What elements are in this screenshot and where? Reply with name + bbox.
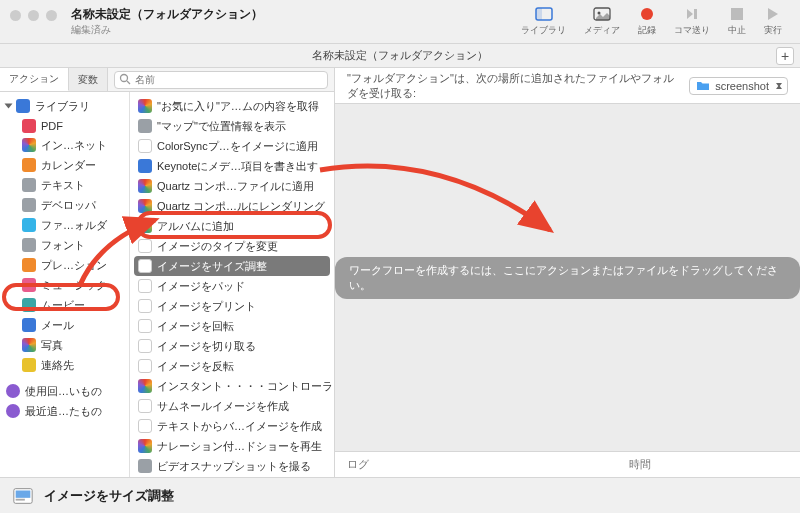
action-icon: [138, 259, 152, 273]
action-item[interactable]: イメージをパッド: [130, 276, 334, 296]
action-item[interactable]: ColorSyncプ…をイメージに適用: [130, 136, 334, 156]
action-icon: [138, 239, 152, 253]
action-item[interactable]: アルバムに追加: [130, 216, 334, 236]
category-icon: [22, 138, 36, 152]
sidebar-category[interactable]: イン…ネット: [0, 135, 129, 155]
toolbar-media[interactable]: メディア: [584, 6, 620, 37]
svg-line-8: [127, 81, 130, 84]
sidebar-category[interactable]: フォント: [0, 235, 129, 255]
sidebar-category[interactable]: 連絡先: [0, 355, 129, 375]
action-icon: [138, 399, 152, 413]
action-icon: [138, 99, 152, 113]
action-item[interactable]: テキストからバ…イメージを作成: [130, 416, 334, 436]
action-item[interactable]: ファイルを"写真"に読み込む: [130, 476, 334, 477]
action-item[interactable]: インスタント・・・・コントローラ: [130, 376, 334, 396]
library-header[interactable]: ライブラリ: [0, 96, 129, 116]
action-icon: [138, 159, 152, 173]
sidebar-category[interactable]: ムービー: [0, 295, 129, 315]
action-item[interactable]: イメージを回転: [130, 316, 334, 336]
action-item[interactable]: Quartz コンポ…ファイルに適用: [130, 176, 334, 196]
sidebar-category[interactable]: PDF: [0, 116, 129, 135]
sidebar-category[interactable]: デベロッパ: [0, 195, 129, 215]
action-icon: [138, 179, 152, 193]
smart-folder-icon: [6, 404, 20, 418]
workflow-input-label: "フォルダアクション"は、次の場所に追加されたファイルやフォルダを受け取る:: [347, 71, 683, 101]
svg-rect-5: [694, 9, 697, 19]
action-item[interactable]: ナレーション付…ドショーを再生: [130, 436, 334, 456]
search-input[interactable]: [114, 71, 328, 89]
category-icon: [22, 218, 36, 232]
workflow-canvas[interactable]: ワークフローを作成するには、ここにアクションまたはファイルをドラッグしてください…: [335, 104, 800, 451]
category-icon: [22, 119, 36, 133]
category-icon: [22, 298, 36, 312]
sidebar-category[interactable]: カレンダー: [0, 155, 129, 175]
minimize-dot[interactable]: [28, 10, 39, 21]
category-icon: [22, 258, 36, 272]
sidebar-smart-group[interactable]: 最近追…たもの: [0, 401, 129, 421]
library-tabbar: アクション 変数: [0, 68, 334, 92]
action-icon: [138, 419, 152, 433]
category-icon: [22, 278, 36, 292]
action-icon: [138, 279, 152, 293]
action-icon: [138, 139, 152, 153]
action-item[interactable]: イメージをサイズ調整: [134, 256, 330, 276]
description-footer: イメージをサイズ調整: [0, 477, 800, 513]
sidebar-category[interactable]: 写真: [0, 335, 129, 355]
category-icon: [22, 158, 36, 172]
action-large-icon: [12, 485, 34, 507]
library-icon: [535, 6, 553, 22]
action-icon: [138, 439, 152, 453]
sidebar-category[interactable]: メール: [0, 315, 129, 335]
action-item[interactable]: ビデオスナップショットを撮る: [130, 456, 334, 476]
svg-rect-10: [16, 490, 31, 497]
close-dot[interactable]: [10, 10, 21, 21]
action-item[interactable]: Keynoteにメデ…項目を書き出す: [130, 156, 334, 176]
record-icon: [638, 6, 656, 22]
action-item[interactable]: イメージをプリント: [130, 296, 334, 316]
window-title: 名称未設定（フォルダアクション）: [71, 6, 263, 23]
stop-icon: [728, 6, 746, 22]
svg-point-4: [641, 8, 653, 20]
subheader: 名称未設定（フォルダアクション） +: [0, 44, 800, 68]
sidebar-smart-group[interactable]: 使用回…いもの: [0, 381, 129, 401]
toolbar-run[interactable]: 実行: [764, 6, 782, 37]
sidebar-category[interactable]: ファ…ォルダ: [0, 215, 129, 235]
workflow-input-bar: "フォルダアクション"は、次の場所に追加されたファイルやフォルダを受け取る: s…: [335, 68, 800, 104]
sidebar-category[interactable]: ミュージック: [0, 275, 129, 295]
add-button[interactable]: +: [776, 47, 794, 65]
action-item[interactable]: サムネールイメージを作成: [130, 396, 334, 416]
zoom-dot[interactable]: [46, 10, 57, 21]
toolbar-stop[interactable]: 中止: [728, 6, 746, 37]
tab-actions[interactable]: アクション: [0, 68, 69, 91]
log-panel: ログ 時間: [335, 451, 800, 477]
smart-folder-icon: [6, 384, 20, 398]
action-item[interactable]: イメージを反転: [130, 356, 334, 376]
media-icon: [593, 6, 611, 22]
action-item[interactable]: イメージのタイプを変更: [130, 236, 334, 256]
action-item[interactable]: "マップ"で位置情報を表示: [130, 116, 334, 136]
action-icon: [138, 199, 152, 213]
folder-icon: [696, 80, 710, 91]
svg-rect-11: [16, 498, 25, 500]
action-item[interactable]: "お気に入り"ア…ムの内容を取得: [130, 96, 334, 116]
canvas-placeholder: ワークフローを作成するには、ここにアクションまたはファイルをドラッグしてください…: [335, 257, 800, 299]
action-item[interactable]: Quartz コンポ…ルにレンダリング: [130, 196, 334, 216]
action-icon: [138, 319, 152, 333]
action-item[interactable]: イメージを切り取る: [130, 336, 334, 356]
category-icon: [22, 358, 36, 372]
library-icon: [16, 99, 30, 113]
sidebar-category[interactable]: プレ…ション: [0, 255, 129, 275]
toolbar: ライブラリ メディア 記録 コマ送り 中止 実行: [521, 6, 790, 37]
toolbar-record[interactable]: 記録: [638, 6, 656, 37]
toolbar-step[interactable]: コマ送り: [674, 6, 710, 37]
action-icon: [138, 359, 152, 373]
category-icon: [22, 178, 36, 192]
action-icon: [138, 459, 152, 473]
tab-variables[interactable]: 変数: [69, 68, 108, 91]
folder-selector[interactable]: screenshot: [689, 77, 788, 95]
log-time-label: 時間: [629, 457, 651, 472]
toolbar-library[interactable]: ライブラリ: [521, 6, 566, 37]
sidebar-category[interactable]: テキスト: [0, 175, 129, 195]
play-icon: [764, 6, 782, 22]
action-icon: [138, 119, 152, 133]
